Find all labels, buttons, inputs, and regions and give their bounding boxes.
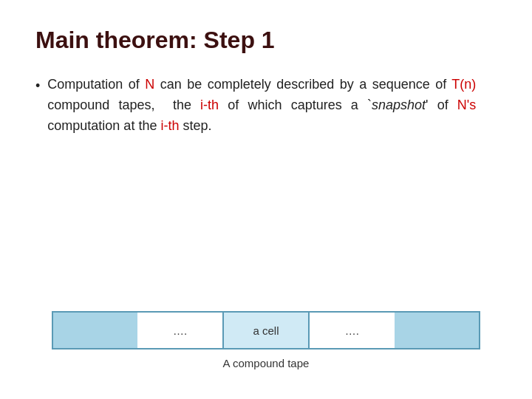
diagram-area: …. a cell …. A compound tape (35, 311, 497, 377)
slide: Main theorem: Step 1 • Computation of N … (0, 0, 532, 399)
text-Ns: N's (457, 98, 476, 112)
bullet-item: • Computation of N can be completely des… (35, 75, 497, 137)
bullet-dot: • (35, 76, 40, 97)
tape-cell-4: …. (310, 313, 394, 348)
text-ith-2: i-th (160, 118, 179, 133)
text-N: N (145, 77, 154, 92)
slide-title: Main theorem: Step 1 (35, 27, 497, 54)
tape-cell-3: a cell (222, 313, 310, 348)
tape-cell-2: …. (137, 313, 222, 348)
bullet-text: Computation of N can be completely descr… (47, 75, 476, 137)
text-Tn: T(n) (451, 77, 476, 92)
text-snapshot: snapshot (372, 98, 426, 112)
text-ith-1: i-th (200, 98, 219, 112)
slide-content: • Computation of N can be completely des… (35, 75, 497, 377)
tape-cell-1 (53, 313, 137, 348)
compound-tape: …. a cell …. (52, 311, 480, 349)
tape-caption: A compound tape (223, 357, 310, 369)
tape-cell-5 (395, 313, 479, 348)
